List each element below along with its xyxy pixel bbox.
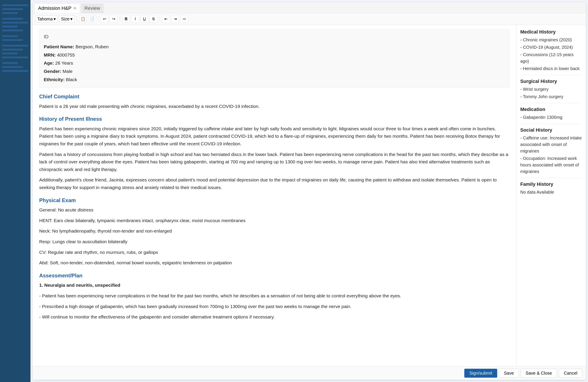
mh-item-4: - Herniated discs in lower back xyxy=(520,65,582,72)
ap-text-2: - Patient has been experiencing nerve co… xyxy=(39,292,510,300)
pe-text-2: HENT: Ears clear bilaterally, tympanic m… xyxy=(39,217,510,225)
hpi-text-3: Additionally, patient's close friend, Ja… xyxy=(39,176,510,191)
sh-item-2: - Tommy John surgery xyxy=(520,93,582,100)
sidebar-nav-line xyxy=(2,26,18,27)
sh-item-1: - Wrist surgery xyxy=(520,86,582,93)
underline-button[interactable]: U xyxy=(141,15,148,23)
align-center-button[interactable]: ⇥ xyxy=(171,15,179,23)
hpi-text-2: Patient has a history of concussions fro… xyxy=(39,151,510,173)
font-chevron-icon: ▾ xyxy=(54,16,56,21)
sidebar-nav-line xyxy=(2,70,28,72)
main-area: Admission H&P ✕ Review Tahoma ▾ Size ▾ 📋… xyxy=(30,0,588,382)
pe-text-3: Neck: No lymphadenopathy, thyroid non-te… xyxy=(39,227,510,235)
tab-admission-hp-label: Admission H&P xyxy=(38,5,71,11)
toolbar-divider-1 xyxy=(77,16,77,22)
pe-text-6: Abd: Soft, non-tender, non-distended, no… xyxy=(39,259,510,267)
gender-field: Gender: Male xyxy=(44,68,505,75)
align-right-button[interactable]: ⇨ xyxy=(180,15,188,23)
toolbar-divider-3 xyxy=(120,16,120,22)
sidebar-nav-line xyxy=(2,22,28,23)
content-area: ID Patient Name: Bergson, Ruben MRN: 400… xyxy=(33,25,586,366)
tab-review-label: Review xyxy=(84,5,100,11)
sidebar-nav-line xyxy=(2,12,18,14)
ethnicity-field: Ethnicity: Black xyxy=(44,76,505,83)
copy-button[interactable]: 📋 xyxy=(79,15,87,23)
sidebar-group xyxy=(2,4,28,14)
sidebar-nav-line xyxy=(2,53,18,54)
sidebar xyxy=(0,0,30,382)
sidebar-nav-line xyxy=(2,4,28,6)
save-button[interactable]: Save xyxy=(499,369,519,378)
ap-text-4: - Will continue to monitor the effective… xyxy=(39,313,510,321)
mrn-label: MRN: xyxy=(44,52,56,57)
tab-close-icon[interactable]: ✕ xyxy=(73,6,76,11)
save-close-button[interactable]: Save & Close xyxy=(521,369,557,378)
rp-divider-1 xyxy=(520,75,582,75)
physical-exam-heading: Physical Exam xyxy=(39,196,510,205)
social-history-title: Social History xyxy=(520,127,582,133)
redo-button[interactable]: ↪ xyxy=(110,15,118,23)
tab-review[interactable]: Review xyxy=(81,3,104,13)
sidebar-nav-line xyxy=(2,39,23,41)
toolbar: Tahoma ▾ Size ▾ 📋 📄 ↩ ↪ B I U S ⇤ ⇥ ⇨ xyxy=(33,13,586,25)
sign-submit-button[interactable]: Sign/submit xyxy=(464,369,497,378)
tab-bar: Admission H&P ✕ Review xyxy=(33,2,586,13)
soc-item-2: - Occupation: Increased work hours assoc… xyxy=(520,155,582,175)
sidebar-nav-line xyxy=(2,57,28,58)
mrn-value: 4000755 xyxy=(57,52,75,57)
pe-text-1: General: No acute distress xyxy=(39,206,510,214)
editor-container: Admission H&P ✕ Review Tahoma ▾ Size ▾ 📋… xyxy=(33,2,586,380)
font-selector[interactable]: Tahoma ▾ xyxy=(35,15,58,23)
paste-button[interactable]: 📄 xyxy=(88,15,96,23)
font-label: Tahoma xyxy=(37,17,53,21)
undo-button[interactable]: ↩ xyxy=(101,15,108,23)
cancel-button[interactable]: Cancel xyxy=(559,369,582,378)
sidebar-nav-line xyxy=(2,35,18,37)
size-label: Size xyxy=(61,17,69,21)
pe-text-4: Resp: Lungs clear to auscultation bilate… xyxy=(39,238,510,246)
align-left-button[interactable]: ⇤ xyxy=(162,15,170,23)
age-value: 26 Years xyxy=(55,60,73,65)
patient-name-label: Patient Name: xyxy=(44,44,74,49)
gender-label: Gender: xyxy=(44,69,62,74)
med-item-1: - Gabapentin 1300mg xyxy=(520,114,582,120)
toolbar-divider-4 xyxy=(160,16,160,22)
medication-title: Medication xyxy=(520,107,582,112)
strikethrough-button[interactable]: S xyxy=(150,15,157,23)
patient-name-value: Bergson, Ruben xyxy=(76,44,109,49)
soc-item-1: - Caffeine use: Increased intake associa… xyxy=(520,135,582,154)
gender-value: Male xyxy=(63,69,73,74)
age-label: Age: xyxy=(44,60,54,65)
chief-complaint-heading: Chief Complaint xyxy=(39,93,510,101)
sidebar-nav-line xyxy=(2,49,23,51)
sidebar-group xyxy=(2,62,28,72)
sidebar-group xyxy=(2,35,28,41)
medical-history-title: Medical History xyxy=(520,29,582,35)
sidebar-nav-line xyxy=(2,30,23,31)
sidebar-group xyxy=(2,45,28,58)
bold-button[interactable]: B xyxy=(122,15,130,23)
assessment-plan-heading: Assessment/Plan xyxy=(39,271,510,280)
sidebar-group xyxy=(2,18,28,31)
sidebar-nav-line xyxy=(2,45,28,47)
document-body[interactable]: ID Patient Name: Bergson, Ruben MRN: 400… xyxy=(33,25,516,366)
hpi-heading: History of Present Illness xyxy=(39,115,510,123)
rp-divider-4 xyxy=(520,178,582,178)
age-field: Age: 26 Years xyxy=(44,59,505,67)
patient-name-field: Patient Name: Bergson, Ruben xyxy=(44,43,505,51)
footer-bar: Sign/submit Save Save & Close Cancel xyxy=(33,366,586,380)
chief-complaint-text: Patient is a 26 year old male presenting… xyxy=(39,103,510,110)
mrn-field: MRN: 4000755 xyxy=(44,51,505,59)
ethnicity-label: Ethnicity: xyxy=(44,77,65,82)
size-selector[interactable]: Size ▾ xyxy=(59,15,74,23)
rp-divider-2 xyxy=(520,103,582,103)
family-history-title: Family History xyxy=(520,181,582,187)
right-panel: Medical History - Chronic migraines (202… xyxy=(516,25,586,366)
mh-item-2: - COVID-19 (August, 2024) xyxy=(520,44,582,51)
tab-admission-hp[interactable]: Admission H&P ✕ xyxy=(34,3,80,13)
fh-item-1: No data Available xyxy=(520,189,582,195)
italic-button[interactable]: I xyxy=(131,15,139,23)
mh-item-3: - Concussions (12-15 years ago) xyxy=(520,51,582,64)
id-section: ID Patient Name: Bergson, Ruben MRN: 400… xyxy=(39,29,510,88)
ap-text-3: - Prescribed a high dosage of gabapentin… xyxy=(39,303,510,310)
